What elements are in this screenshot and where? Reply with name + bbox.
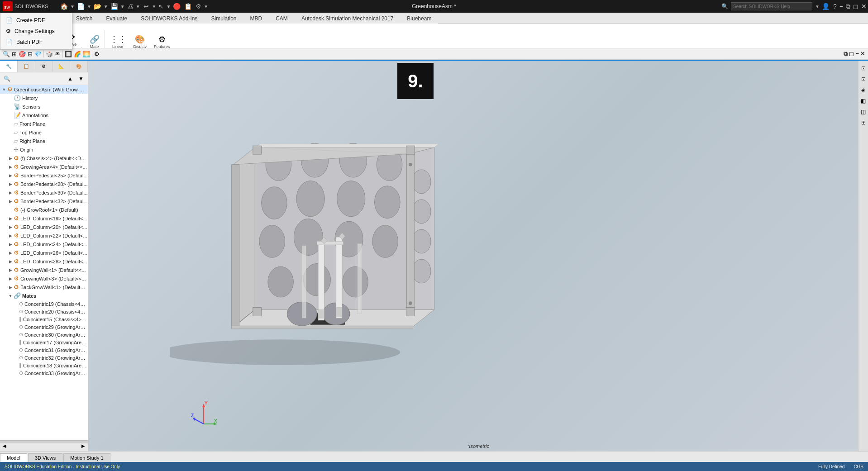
tree-item-concentric31[interactable]: ⊙ Concentric31 (GrowingArea<... [0, 346, 88, 354]
view-orient-icon[interactable]: 🎯 [19, 51, 26, 57]
create-pdf-menu-item[interactable]: 📄 Create PDF [0, 15, 72, 26]
led-col24-toggle[interactable]: ▶ [7, 242, 14, 247]
tree-item-border-pedestal25[interactable]: ▶ ⚙ BorderPedestal<25> (Defaul... [0, 171, 88, 180]
print-icon[interactable]: 🖨 [127, 3, 134, 10]
tab-cam[interactable]: CAM [269, 13, 295, 24]
fm-tab-dim[interactable]: 📐 [52, 61, 70, 72]
tree-item-annotations[interactable]: 📝 Annotations [0, 111, 88, 119]
open-dropdown-icon[interactable]: ▼ [104, 4, 108, 9]
home-icon[interactable]: 🏠 [60, 3, 68, 10]
tree-item-concentric20[interactable]: ⊙ Concentric20 (Chassis<4>,G... [0, 308, 88, 315]
root-toggle-icon[interactable]: ▼ [1, 87, 7, 92]
panel-restore-icon[interactable]: ⧉ [844, 50, 848, 57]
tab-model[interactable]: Model [0, 453, 27, 462]
tree-item-top-plane[interactable]: ▱ Top Plane [0, 128, 88, 137]
zoom-region-icon[interactable]: ⊞ [12, 51, 17, 57]
tree-item-chassis4[interactable]: ▶ ⚙ (f) Chassis<4> (Default<<De... [0, 154, 88, 162]
panel-close-icon[interactable]: ✕ [860, 50, 865, 57]
help-icon[interactable]: ? [833, 3, 837, 10]
tab-evaluate[interactable]: Evaluate [99, 13, 134, 24]
tree-item-growing-wall1[interactable]: ▶ ⚙ GrowingWall<1> (Default<<... [0, 266, 88, 274]
appearance-icon[interactable]: 🌈 [74, 51, 81, 57]
panel-icon-1[interactable]: ⊡ [859, 64, 868, 72]
select-icon[interactable]: ↖ [158, 3, 164, 10]
tree-item-led-col22[interactable]: ▶ ⚙ LED_Column<22> (Default<... [0, 231, 88, 240]
tree-scroll-left-icon[interactable]: ◀ [0, 443, 9, 451]
display-states-btn[interactable]: 🎨 Display [131, 33, 149, 50]
led-col19-toggle[interactable]: ▶ [7, 216, 14, 221]
zoom-fit-icon[interactable]: 🔍 [3, 51, 10, 57]
border-pedestal30-toggle[interactable]: ▶ [7, 190, 14, 195]
tree-item-growing-area4[interactable]: ▶ ⚙ GrowingArea<4> (Default<<... [0, 162, 88, 171]
fm-tab-config[interactable]: ⚙ [35, 61, 53, 72]
tree-scroll-right-icon[interactable]: ▶ [79, 443, 88, 451]
tab-bluebeam[interactable]: Bluebeam [400, 13, 438, 24]
save-dropdown-icon[interactable]: ▼ [120, 4, 125, 9]
fm-tab-property[interactable]: 📋 [18, 61, 35, 72]
tree-item-grow-roof1[interactable]: ⚙ (-) GrowRoof<1> (Default) [0, 205, 88, 214]
hide-show-icon[interactable]: 👁 [55, 51, 61, 57]
display-style-icon[interactable]: 🔲 [65, 51, 72, 57]
search-dropdown-icon[interactable]: ▼ [815, 4, 820, 9]
maximize-icon[interactable]: ◻ [853, 3, 858, 10]
tree-item-origin[interactable]: ✛ Origin [0, 145, 88, 154]
tab-autodesk[interactable]: Autodesk Simulation Mechanical 2017 [295, 13, 400, 24]
view-cube-icon[interactable]: 🎲 [46, 51, 53, 57]
change-settings-menu-item[interactable]: ⚙ Change Settings [0, 26, 72, 37]
new-dropdown-icon[interactable]: ▼ [87, 4, 91, 9]
new-icon[interactable]: 📄 [77, 3, 85, 10]
led-col20-toggle[interactable]: ▶ [7, 225, 14, 229]
led-col26-toggle[interactable]: ▶ [7, 251, 14, 255]
tree-item-coincident15[interactable]: ∥ Coincident15 (Chassis<4>,G... [0, 315, 88, 323]
feature-tree[interactable]: ▼ ⚙ GreenhouseAsm (With Grow Wa... 🕐 His… [0, 85, 88, 440]
section-view-icon[interactable]: ⊟ [28, 51, 33, 57]
tree-item-history[interactable]: 🕐 History [0, 94, 88, 102]
tree-item-led-col28[interactable]: ▶ ⚙ LED_Column<28> (Default<... [0, 257, 88, 266]
add-mate-btn[interactable]: 🔗 Mate [87, 33, 102, 50]
tree-item-led-col26[interactable]: ▶ ⚙ LED_Column<26> (Default<... [0, 248, 88, 257]
tree-item-concentric32[interactable]: ⊙ Concentric32 (GrowingArea<... [0, 354, 88, 362]
assembly-features-btn[interactable]: ⚙ Features [152, 33, 172, 50]
select-dropdown-icon[interactable]: ▼ [166, 4, 171, 9]
3d-viewport[interactable]: 9. [88, 61, 868, 451]
open-icon[interactable]: 📂 [94, 3, 101, 10]
close-icon[interactable]: ✕ [861, 3, 867, 10]
tree-item-growing-wall3[interactable]: ▶ ⚙ GrowingWall<3> (Default<<... [0, 274, 88, 283]
border-pedestal32-toggle[interactable]: ▶ [7, 199, 14, 204]
qa-dropdown-icon[interactable]: ▼ [70, 4, 75, 9]
growing-wall1-toggle[interactable]: ▶ [7, 268, 14, 272]
led-col28-toggle[interactable]: ▶ [7, 259, 14, 264]
panel-icon-4[interactable]: ◧ [859, 97, 868, 105]
minus-icon[interactable]: − [839, 3, 843, 10]
tree-item-concentric19[interactable]: ⊙ Concentric19 (Chassis<4>,G... [0, 300, 88, 308]
tree-item-coincident17[interactable]: ∥ Coincident17 (GrowingArea<... [0, 338, 88, 346]
tree-hscroll[interactable]: ◀ ▶ [0, 443, 88, 451]
fm-tab-display[interactable]: 🎨 [70, 61, 88, 72]
tab-motion-study[interactable]: Motion Study 1 [63, 453, 110, 462]
search-input[interactable] [731, 2, 812, 10]
tree-item-coincident18[interactable]: ∥ Coincident18 (GrowingArea<... [0, 362, 88, 369]
back-grow-wall1-toggle[interactable]: ▶ [7, 285, 14, 290]
user-icon[interactable]: 👤 [822, 3, 830, 10]
undo-dropdown-icon[interactable]: ▼ [152, 4, 157, 9]
rebuild-icon[interactable]: 🔴 [173, 3, 181, 10]
options-icon[interactable]: ⚙ [196, 3, 201, 10]
batch-pdf-menu-item[interactable]: 📄 Batch PDF [0, 37, 72, 48]
led-col22-toggle[interactable]: ▶ [7, 233, 14, 238]
tree-expand-icon[interactable]: ▼ [76, 74, 86, 84]
tree-item-front-plane[interactable]: ▱ Front Plane [0, 119, 88, 128]
save-icon[interactable]: 💾 [110, 3, 118, 10]
border-pedestal28-toggle[interactable]: ▶ [7, 182, 14, 186]
file-props-icon[interactable]: 📋 [184, 3, 192, 10]
tab-addins[interactable]: SOLIDWORKS Add-Ins [134, 13, 204, 24]
mates-toggle[interactable]: ▼ [7, 294, 14, 298]
tree-item-concentric30[interactable]: ⊙ Concentric30 (GrowingArea<... [0, 331, 88, 338]
panel-icon-2[interactable]: ⊡ [859, 75, 868, 83]
tab-simulation[interactable]: Simulation [205, 13, 243, 24]
tree-item-concentric29[interactable]: ⊙ Concentric29 (GrowingArea<... [0, 323, 88, 331]
tree-item-mates[interactable]: ▼ 🔗 Mates [0, 291, 88, 300]
tab-mbd[interactable]: MBD [243, 13, 269, 24]
tree-item-led-col19[interactable]: ▶ ⚙ LED_Column<19> (Default<... [0, 214, 88, 223]
tree-item-right-plane[interactable]: ▱ Right Plane [0, 137, 88, 145]
tree-root-item[interactable]: ▼ ⚙ GreenhouseAsm (With Grow Wa... [0, 85, 88, 94]
